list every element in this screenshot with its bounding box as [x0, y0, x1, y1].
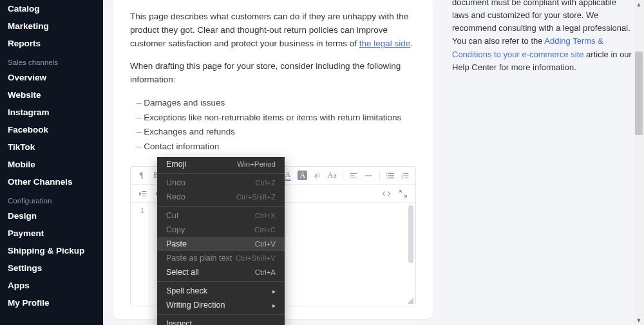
toolbar-a-icon[interactable]: a1	[310, 169, 324, 183]
sidebar-item-marketing[interactable]: Marketing	[0, 17, 103, 35]
ctx-label: Paste	[166, 239, 187, 248]
editor-gutter: 1	[131, 203, 150, 306]
sidebar-item-website[interactable]: Website	[0, 86, 103, 104]
ctx-separator	[157, 173, 285, 174]
sidebar-item-instagram[interactable]: Instagram	[0, 104, 103, 121]
info-bullets: Damages and issuesExceptions like non-re…	[137, 96, 416, 155]
ctx-writing-direction[interactable]: Writing Direction	[157, 298, 285, 312]
svg-text:3: 3	[401, 176, 403, 180]
ctx-select-all[interactable]: Select allCtrl+A	[157, 265, 285, 279]
scroll-down-arrow[interactable]: ▼	[634, 316, 644, 325]
description-para-1: This page describes what customers can d…	[130, 10, 416, 51]
ctx-shortcut: Ctrl+Z	[255, 179, 276, 187]
toolbar-abg-icon[interactable]: A	[296, 169, 309, 183]
sidebar: CatalogMarketingReportsSales channelsOve…	[0, 0, 103, 325]
ctx-label: Paste as plain text	[166, 254, 232, 263]
toolbar-separator	[379, 171, 380, 181]
help-text-pre: document must be compliant with applicab…	[452, 0, 630, 46]
ctx-label: Select all	[166, 268, 199, 277]
toolbar-expand-icon[interactable]	[395, 187, 412, 201]
bullet-item: Exceptions like non-returnable items or …	[137, 111, 416, 125]
ctx-label: Inspect	[166, 319, 192, 325]
toolbar-separator	[343, 171, 343, 181]
toolbar--icon[interactable]: ¶	[135, 169, 148, 183]
ctx-label: Cut	[166, 211, 178, 220]
context-menu: EmojiWin+PeriodUndoCtrl+ZRedoCtrl+Shift+…	[157, 157, 285, 325]
ctx-emoji[interactable]: EmojiWin+Period	[157, 157, 285, 171]
toolbar-aa-icon[interactable]: Aa	[325, 169, 339, 183]
editor-scrollbar[interactable]	[408, 205, 413, 263]
sidebar-item-apps[interactable]: Apps	[0, 277, 103, 294]
scroll-up-arrow[interactable]: ▲	[634, 0, 644, 9]
bullet-item: Contact information	[137, 140, 416, 154]
ctx-label: Copy	[166, 225, 185, 234]
ctx-shortcut: Ctrl+V	[255, 240, 276, 248]
sidebar-item-catalog[interactable]: Catalog	[0, 0, 103, 17]
ctx-shortcut: Ctrl+Shift+Z	[236, 193, 276, 201]
ctx-separator	[157, 314, 285, 315]
sidebar-item-settings[interactable]: Settings	[0, 259, 103, 277]
sidebar-item-shipping-pickup[interactable]: Shipping & Pickup	[0, 242, 103, 259]
ctx-paste-as-plain-text: Paste as plain textCtrl+Shift+V	[157, 251, 285, 265]
ctx-separator	[157, 206, 285, 207]
ctx-shortcut: Ctrl+C	[254, 226, 276, 234]
description-para-2: When drafting this page for your store, …	[130, 60, 416, 87]
toolbar-ul-icon[interactable]	[383, 169, 397, 183]
gutter-line-1: 1	[140, 207, 144, 214]
ctx-shortcut: Ctrl+X	[255, 212, 276, 219]
ctx-copy: CopyCtrl+C	[157, 223, 285, 237]
ctx-paste[interactable]: PasteCtrl+V	[157, 237, 285, 251]
ctx-inspect[interactable]: Inspect	[157, 317, 285, 325]
ctx-spell-check[interactable]: Spell check	[157, 284, 285, 298]
sidebar-item-tiktok[interactable]: TikTok	[0, 138, 103, 156]
bullet-item: Damages and issues	[137, 96, 416, 111]
ctx-label: Redo	[166, 192, 185, 201]
ctx-label: Spell check	[166, 286, 207, 295]
ctx-label: Emoji	[166, 160, 186, 169]
toolbar-align-icon[interactable]	[347, 169, 361, 183]
ctx-shortcut: Ctrl+Shift+V	[236, 254, 276, 262]
ctx-label: Writing Direction	[166, 301, 225, 310]
sidebar-header: Configuration	[0, 190, 103, 207]
sidebar-item-other-channels[interactable]: Other Channels	[0, 173, 103, 190]
ctx-shortcut: Win+Period	[237, 160, 276, 168]
help-panel: document must be compliant with applicab…	[452, 0, 632, 74]
ctx-redo: RedoCtrl+Shift+Z	[157, 190, 285, 204]
sidebar-header: Sales channels	[0, 52, 103, 69]
sidebar-item-design[interactable]: Design	[0, 207, 103, 225]
toolbar-ol-icon[interactable]: 123	[398, 169, 412, 183]
ctx-separator	[157, 281, 285, 282]
sidebar-item-payment[interactable]: Payment	[0, 225, 103, 242]
sidebar-item-mobile[interactable]: Mobile	[0, 156, 103, 173]
ctx-cut: CutCtrl+X	[157, 209, 285, 223]
toolbar-indentdec-icon[interactable]	[135, 187, 151, 201]
ctx-label: Undo	[166, 178, 185, 187]
bullet-item: Exchanges and refunds	[137, 125, 416, 140]
scroll-thumb[interactable]	[635, 51, 643, 135]
sidebar-item-facebook[interactable]: Facebook	[0, 121, 103, 138]
page-scrollbar[interactable]: ▲ ▼	[634, 0, 644, 325]
ctx-undo: UndoCtrl+Z	[157, 176, 285, 190]
sidebar-item-reports[interactable]: Reports	[0, 35, 103, 52]
legal-side-link[interactable]: the legal side	[359, 39, 411, 48]
sidebar-item-my-profile[interactable]: My Profile	[0, 294, 103, 311]
toolbar-hr-icon[interactable]	[362, 169, 375, 183]
ctx-shortcut: Ctrl+A	[255, 268, 276, 276]
para1-text-b: .	[410, 39, 413, 48]
toolbar-code-icon[interactable]	[378, 187, 395, 201]
sidebar-item-overview[interactable]: Overview	[0, 69, 103, 86]
editor-resize-handle[interactable]	[407, 297, 413, 304]
